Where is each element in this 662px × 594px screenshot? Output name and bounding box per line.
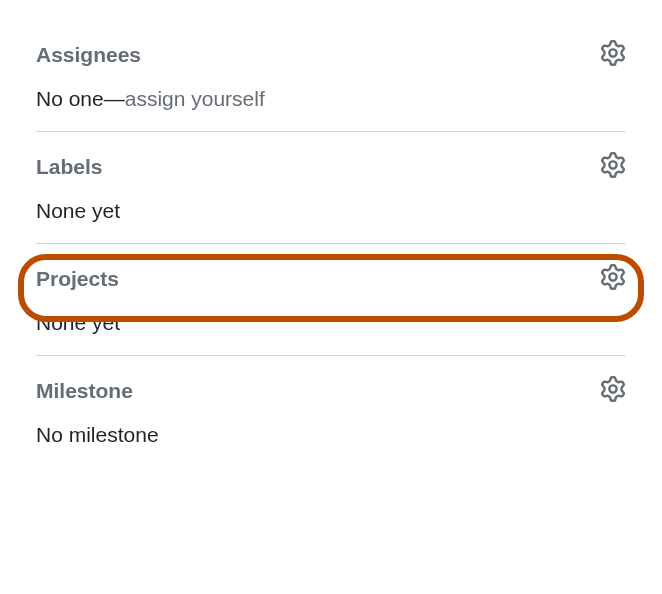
projects-section: Projects None yet bbox=[0, 244, 662, 355]
assign-yourself-link[interactable]: assign yourself bbox=[125, 87, 265, 110]
assignees-value: No one—assign yourself bbox=[36, 87, 626, 111]
gear-icon bbox=[600, 376, 626, 405]
projects-header: Projects bbox=[36, 264, 626, 293]
labels-section: Labels None yet bbox=[0, 132, 662, 243]
milestone-settings-button[interactable] bbox=[600, 376, 626, 405]
gear-icon bbox=[600, 264, 626, 293]
gear-icon bbox=[600, 40, 626, 69]
milestone-section: Milestone No milestone bbox=[0, 356, 662, 467]
projects-settings-button[interactable] bbox=[600, 264, 626, 293]
milestone-value: No milestone bbox=[36, 423, 626, 447]
assignees-title: Assignees bbox=[36, 43, 141, 67]
issue-sidebar: Assignees No one—assign yourself Labels … bbox=[0, 0, 662, 487]
labels-title: Labels bbox=[36, 155, 103, 179]
assignees-no-one-text: No one— bbox=[36, 87, 125, 110]
labels-value: None yet bbox=[36, 199, 626, 223]
labels-header: Labels bbox=[36, 152, 626, 181]
projects-value: None yet bbox=[36, 311, 626, 335]
labels-settings-button[interactable] bbox=[600, 152, 626, 181]
gear-icon bbox=[600, 152, 626, 181]
milestone-title: Milestone bbox=[36, 379, 133, 403]
assignees-settings-button[interactable] bbox=[600, 40, 626, 69]
projects-title: Projects bbox=[36, 267, 119, 291]
assignees-section: Assignees No one—assign yourself bbox=[0, 20, 662, 131]
assignees-header: Assignees bbox=[36, 40, 626, 69]
milestone-header: Milestone bbox=[36, 376, 626, 405]
